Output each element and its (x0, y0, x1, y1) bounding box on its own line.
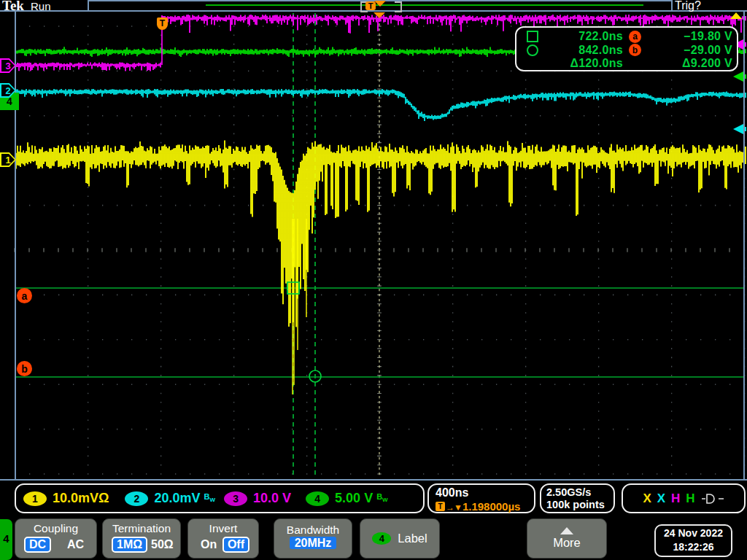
timebase-readout: 400ns T 1.198000µs (427, 483, 535, 513)
cursor-b-time: 842.0ns (541, 44, 623, 57)
label-button[interactable]: 4 Label (360, 518, 440, 559)
oscilloscope-screen: Tek Run Trig? T 3 2 4 1 T a b 722.0ns a … (0, 0, 747, 560)
ch2-scale: 20.0mV (154, 491, 200, 506)
invert-button[interactable]: Invert On Off (187, 518, 259, 559)
bandwidth-value[interactable]: 20MHz (290, 537, 337, 549)
channel-scale-readout: 1 10.0mVΩ 2 20.0mV 3 10.0 V 4 5.00 V (15, 483, 425, 513)
coupling-title: Coupling (15, 522, 96, 535)
trigger-logic-readout: X X H H (622, 483, 746, 513)
cursor-a-time: 722.0ns (541, 30, 623, 43)
termination-button[interactable]: Termination 1MΩ 50Ω (102, 518, 181, 559)
ch4-badge: 4 (306, 491, 329, 506)
coupling-option-ac[interactable]: AC (63, 538, 88, 551)
cursor-delta-volts: Δ9.200 V (645, 57, 732, 70)
cursor-b-badge: b (17, 361, 32, 376)
frame-top-line (0, 10, 747, 12)
date-text: 24 Nov 2022 (656, 526, 731, 540)
ch2-badge: 2 (125, 491, 148, 506)
cursor-readout: 722.0ns a −19.80 V 842.0ns b −29.00 V Δ1… (515, 26, 738, 71)
time-text: 18:22:26 (656, 540, 731, 554)
label-channel-badge: 4 (372, 532, 391, 545)
termination-option-50[interactable]: 50Ω (147, 538, 177, 551)
more-title: More (553, 536, 581, 550)
ch4-bandwidth-limit-icon (376, 488, 388, 503)
trigger-time-badge: T (157, 18, 168, 30)
coupling-option-dc[interactable]: DC (24, 537, 51, 553)
label-title: Label (398, 532, 427, 545)
trigger-position-icon (374, 12, 385, 18)
ch1-scale: 10.0mVΩ (53, 491, 109, 506)
cursor-delta-time: Δ120.0ns (541, 57, 623, 70)
cursor-a-label-icon: a (629, 31, 641, 43)
invert-title: Invert (188, 522, 258, 535)
invert-option-off[interactable]: Off (222, 537, 249, 553)
record-position-icon (374, 1, 386, 7)
delay-arrow-icon (446, 500, 462, 513)
record-length-line (206, 4, 643, 6)
timebase-value: 400ns (436, 486, 534, 499)
menu-channel-tab[interactable]: 4 (0, 519, 12, 560)
acquisition-readout: 2.50GS/s 100k points (540, 483, 615, 513)
ch4-scale: 5.00 V (335, 491, 373, 506)
delay-value: 1.198000µs (462, 500, 521, 513)
trigger-delay-icon: T (436, 502, 445, 511)
ch3-badge: 3 (224, 491, 247, 506)
bandwidth-button[interactable]: Bandwidth 20MHz (274, 518, 352, 559)
acquisition-status: Run (31, 0, 51, 12)
ch4-trigger-flag: H (686, 491, 694, 506)
cursor-a-volts: −19.80 V (645, 30, 732, 43)
sample-rate: 2.50GS/s (546, 486, 614, 499)
invert-option-on[interactable]: On (197, 538, 220, 551)
termination-title: Termination (103, 522, 180, 535)
ext-trigger-icon (701, 493, 724, 505)
frame-bottom-line (0, 479, 747, 481)
ch2-trigger-flag: X (657, 491, 665, 506)
ch2-bandwidth-limit-icon (204, 488, 216, 503)
ch1-trigger-flag: X (643, 491, 651, 506)
zoom-window-bracket-right (395, 1, 402, 12)
termination-option-1m[interactable]: 1MΩ (112, 537, 147, 553)
ch3-scale: 10.0 V (253, 491, 291, 506)
frame-left-line (15, 11, 16, 480)
cursor-a-square-icon (527, 31, 538, 42)
bandwidth-title: Bandwidth (274, 524, 352, 537)
trigger-status: Trig? (675, 0, 701, 12)
coupling-button[interactable]: Coupling DC AC (15, 518, 97, 559)
more-up-arrow-icon (560, 527, 573, 534)
waveform-display (0, 0, 747, 560)
cursor-b-volts: −29.00 V (645, 44, 732, 57)
ch1-badge: 1 (23, 491, 47, 506)
tek-logo: Tek (2, 0, 24, 14)
datetime-display: 24 Nov 2022 18:22:26 (654, 524, 732, 557)
more-button[interactable]: More (527, 518, 607, 559)
cursor-a-badge: a (17, 288, 32, 303)
record-length: 100k points (546, 499, 614, 511)
frame-right-line (743, 11, 745, 480)
cursor-b-label-icon: b (629, 44, 641, 56)
ch3-trigger-flag: H (671, 491, 680, 506)
cursor-b-circle-icon (527, 44, 538, 56)
